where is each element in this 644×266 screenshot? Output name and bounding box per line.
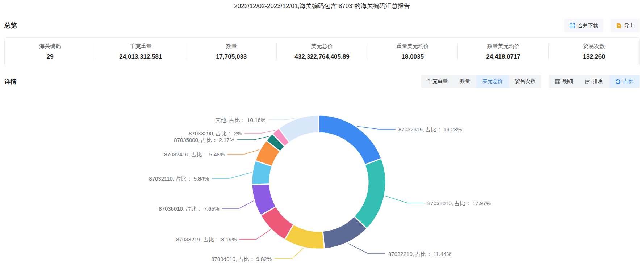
pie-label-line-其他 bbox=[268, 118, 297, 120]
overview-stats-card: 海关编码 29 千克重量 24,013,312,581 数量 17,705,03… bbox=[4, 37, 640, 66]
stat-usd-total: 美元总价 432,322,764,405.89 bbox=[277, 42, 367, 61]
tab-rank-view[interactable]: 排名 bbox=[579, 75, 609, 88]
pie-label-line-87033219 bbox=[239, 229, 271, 239]
pie-label-line-87032210 bbox=[348, 243, 385, 254]
pie-label-line-87036010 bbox=[222, 201, 254, 208]
merge-download-label: 合并下载 bbox=[578, 22, 598, 29]
pie-label-87033219: 87033219, 占比： 8.19% bbox=[176, 236, 237, 242]
donut-chart: 87032319, 占比： 19.28%87038010, 占比： 17.97%… bbox=[0, 95, 644, 266]
page-title: 2022/12/02-2023/12/01,海关编码包含"8703"的海关编码汇… bbox=[0, 0, 644, 10]
pie-label-87038010: 87038010, 占比： 17.97% bbox=[427, 200, 491, 206]
stat-hs-code: 海关编码 29 bbox=[5, 42, 95, 61]
pie-label-line-87034010 bbox=[275, 248, 304, 259]
detail-heading: 详情 bbox=[4, 77, 17, 86]
tab-usd-total[interactable]: 美元总价 bbox=[476, 75, 509, 88]
overview-actions: 合并下载 导出 bbox=[564, 19, 640, 32]
pie-label-line-87035000 bbox=[237, 136, 269, 140]
pie-label-line-87033290 bbox=[244, 130, 275, 133]
pie-label-line-87032319 bbox=[357, 126, 396, 129]
pie-label-87034010: 87034010, 占比： 9.82% bbox=[211, 256, 272, 262]
detail-toolbar: 千克重量 数量 美元总价 贸易次数 明细 bbox=[421, 75, 640, 88]
pie-label-87036010: 87036010, 占比： 7.65% bbox=[159, 206, 219, 212]
donut-icon bbox=[615, 79, 621, 84]
stat-kg-weight: 千克重量 24,013,312,581 bbox=[95, 42, 186, 61]
stat-usd-per-weight: 重量美元均价 18.0035 bbox=[367, 42, 458, 61]
tab-detail-view[interactable]: 明细 bbox=[549, 75, 579, 88]
tab-share-view[interactable]: 占比 bbox=[609, 75, 640, 88]
pie-label-line-87032110 bbox=[212, 172, 252, 178]
metric-tab-group: 千克重量 数量 美元总价 贸易次数 bbox=[421, 75, 541, 88]
export-label: 导出 bbox=[624, 22, 634, 29]
export-button[interactable]: 导出 bbox=[611, 19, 640, 32]
overview-heading: 总览 bbox=[4, 21, 17, 30]
detail-header: 详情 千克重量 数量 美元总价 贸易次数 明细 bbox=[4, 75, 640, 88]
pie-slice-87032319[interactable] bbox=[319, 115, 381, 165]
pie-label-87035000: 87035000, 占比： 2.17% bbox=[174, 137, 234, 143]
view-tab-group: 明细 排名 占比 bbox=[549, 75, 640, 88]
pie-label-line-87038010 bbox=[385, 196, 425, 203]
tab-quantity[interactable]: 数量 bbox=[454, 75, 476, 88]
merge-download-button[interactable]: 合并下载 bbox=[564, 19, 603, 32]
overview-header: 总览 合并下载 导出 bbox=[4, 19, 640, 32]
stat-quantity: 数量 17,705,033 bbox=[186, 42, 277, 61]
tab-kg-weight[interactable]: 千克重量 bbox=[421, 75, 454, 88]
stat-trade-count: 贸易次数 132,260 bbox=[549, 42, 639, 61]
pie-label-87032410: 87032410, 占比： 5.48% bbox=[164, 151, 225, 157]
pie-label-其他: 其他, 占比： 10.16% bbox=[216, 117, 265, 123]
pie-slice-87038010[interactable] bbox=[354, 159, 386, 229]
stat-usd-per-qty: 数量美元均价 24,418.0717 bbox=[458, 42, 548, 61]
pie-label-87032110: 87032110, 占比： 5.84% bbox=[149, 176, 209, 182]
table-icon bbox=[555, 79, 560, 84]
rank-icon bbox=[585, 79, 590, 84]
pie-label-87033290: 87033290, 占比： 2% bbox=[189, 130, 242, 136]
merge-download-icon bbox=[570, 23, 575, 28]
pie-label-87032210: 87032210, 占比： 11.44% bbox=[388, 251, 451, 257]
export-icon bbox=[616, 23, 622, 28]
tab-trade-count[interactable]: 贸易次数 bbox=[509, 75, 541, 88]
pie-label-line-87032410 bbox=[227, 150, 259, 154]
pie-label-87032319: 87032319, 占比： 19.28% bbox=[398, 126, 462, 132]
